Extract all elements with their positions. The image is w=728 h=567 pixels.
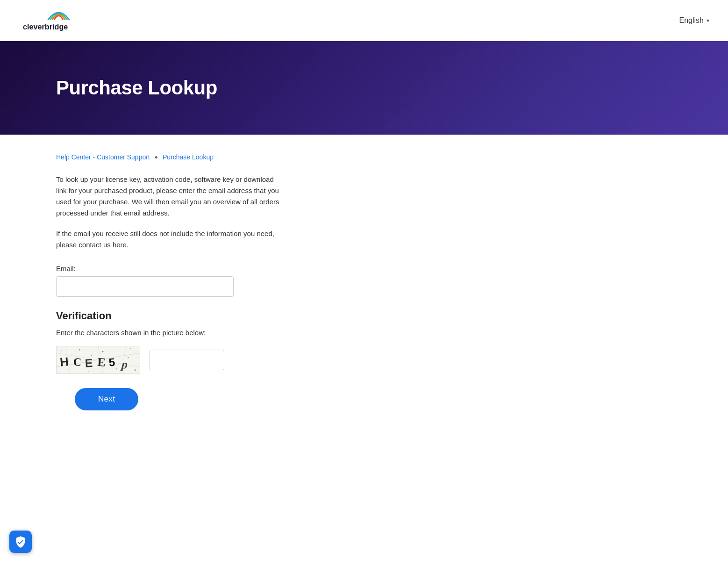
shield-check-icon [14,535,27,548]
description-paragraph-2: If the email you receive still does not … [56,228,285,251]
captcha-image: H C E E 5 p [56,346,140,374]
svg-point-8 [68,368,69,369]
logo[interactable]: cleverbridge [19,7,103,33]
svg-point-23 [109,361,110,363]
svg-text:H: H [59,355,70,369]
svg-point-12 [116,367,117,368]
next-button[interactable]: Next [75,388,138,410]
svg-text:cleverbridge: cleverbridge [23,22,68,31]
svg-point-10 [88,371,89,372]
captcha-input[interactable] [150,350,224,370]
cleverbridge-logo: cleverbridge [19,7,103,33]
svg-point-24 [128,357,128,358]
svg-point-11 [102,351,103,352]
svg-point-7 [61,350,62,351]
chevron-down-icon: ▾ [707,17,709,24]
breadcrumb: Help Center - Customer Support ● Purchas… [56,153,364,161]
captcha-row: H C E E 5 p [56,346,285,374]
contact-us-link[interactable]: contact us here. [79,241,128,249]
svg-text:C: C [73,355,82,368]
svg-text:E: E [85,356,93,369]
shield-badge[interactable] [9,531,32,553]
main-content: Help Center - Customer Support ● Purchas… [0,135,421,429]
page-header: cleverbridge English ▾ [0,0,728,41]
verification-description: Enter the characters shown in the pictur… [56,328,285,338]
breadcrumb-help-center[interactable]: Help Center - Customer Support [56,153,150,161]
svg-point-13 [130,348,131,349]
svg-point-21 [75,359,76,360]
svg-point-22 [91,355,92,356]
description-paragraph-1: To look up your license key, activation … [56,174,285,219]
svg-point-9 [79,349,80,350]
form-section: Email: Verification Enter the characters… [56,265,285,410]
hero-title: Purchase Lookup [56,77,217,99]
language-selector[interactable]: English ▾ [679,16,709,25]
svg-text:E: E [97,355,106,369]
svg-point-14 [135,369,136,371]
verification-title: Verification [56,310,285,322]
email-input[interactable] [56,276,234,297]
hero-banner: Purchase Lookup [0,41,728,135]
email-label: Email: [56,265,285,273]
breadcrumb-separator: ● [155,154,158,160]
language-label: English [679,16,704,25]
breadcrumb-current[interactable]: Purchase Lookup [163,153,214,161]
captcha-svg: H C E E 5 p [57,346,140,374]
